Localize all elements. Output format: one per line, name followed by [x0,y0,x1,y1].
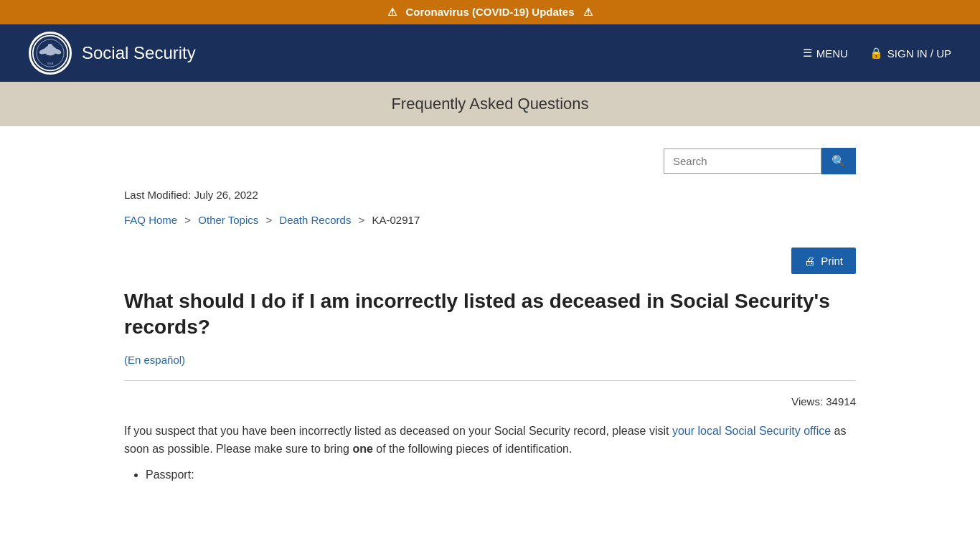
body-paragraph: If you suspect that you have been incorr… [124,422,856,458]
faq-bar: Frequently Asked Questions [0,82,980,126]
search-row: 🔍 [124,148,856,174]
local-office-link[interactable]: your local Social Security office [672,425,831,437]
spanish-link[interactable]: (En español) [124,354,185,366]
breadcrumb-other-topics[interactable]: Other Topics [198,214,258,226]
divider [124,380,856,381]
list-item: Passport: [146,466,856,484]
menu-label: MENU [816,47,848,60]
breadcrumb-sep-2: > [265,214,272,226]
site-header: SSA Social Security ☰ MENU 🔒 SIGN IN / U… [0,24,980,82]
site-name: Social Security [82,43,196,63]
faq-title: Frequently Asked Questions [14,95,966,113]
views-count: Views: 34914 [124,395,856,408]
breadcrumb-sep-1: > [184,214,191,226]
ssa-logo: SSA [29,32,72,75]
breadcrumb-current: KA-02917 [372,214,420,226]
menu-icon: ☰ [803,47,812,60]
breadcrumb-death-records[interactable]: Death Records [279,214,351,226]
alert-icon-right: ⚠ [583,6,593,18]
search-form: 🔍 [664,148,856,174]
breadcrumb-faq-home[interactable]: FAQ Home [124,214,177,226]
signin-label: SIGN IN / UP [887,47,951,60]
search-button[interactable]: 🔍 [821,148,856,174]
menu-button[interactable]: ☰ MENU [803,47,848,60]
bold-one: one [352,443,372,455]
alert-text: Coronavirus (COVID-19) Updates [405,6,574,18]
header-nav: ☰ MENU 🔒 SIGN IN / UP [803,47,951,60]
lock-icon: 🔒 [870,47,883,60]
identification-list: Passport: [146,466,856,484]
print-row: 🖨 Print [124,248,856,274]
body-intro-text: If you suspect that you have been incorr… [124,425,669,437]
header-logo-group: SSA Social Security [29,32,196,75]
breadcrumb: FAQ Home > Other Topics > Death Records … [124,214,856,226]
article-body: If you suspect that you have been incorr… [124,422,856,484]
svg-point-4 [48,44,53,49]
signin-button[interactable]: 🔒 SIGN IN / UP [870,47,951,60]
search-icon: 🔍 [831,155,846,167]
svg-text:SSA: SSA [47,62,54,65]
alert-icon-left: ⚠ [387,6,397,18]
print-button[interactable]: 🖨 Print [791,248,856,274]
breadcrumb-sep-3: > [359,214,365,226]
main-content: 🔍 Last Modified: July 26, 2022 FAQ Home … [95,126,885,516]
search-input[interactable] [664,149,821,174]
article-title: What should I do if I am incorrectly lis… [124,288,856,341]
print-icon: 🖨 [804,255,815,267]
print-label: Print [821,255,843,267]
body-end: of the following pieces of identificatio… [376,443,572,455]
last-modified: Last Modified: July 26, 2022 [124,189,856,201]
alert-banner: ⚠ Coronavirus (COVID-19) Updates ⚠ [0,0,980,24]
